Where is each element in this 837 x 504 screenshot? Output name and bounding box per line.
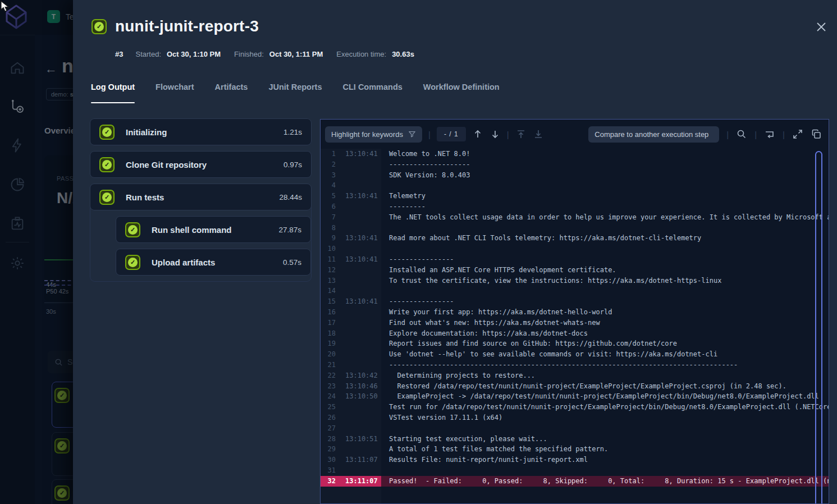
step-duration: 1.21s [283,128,302,136]
tab-cli-commands[interactable]: CLI Commands [343,83,403,98]
steps-list: ✓Initializing1.21s✓Clone Git repository0… [90,118,312,282]
log-line: 8 [321,223,829,233]
log-text: -------------------- [381,159,829,170]
log-line-number: 14 [321,286,336,296]
log-timestamp [336,413,381,423]
success-check-icon: ✓ [125,255,140,270]
success-check-icon: ✓ [125,222,140,237]
step-row-clone-git-repository[interactable]: ✓Clone Git repository0.97s [90,151,312,178]
log-output-panel: Highlight for keywords | - / 1 | Compare… [320,119,829,504]
tab-workflow-definition[interactable]: Workflow Definition [423,83,500,98]
run-number: #3 [115,50,123,58]
log-timestamp [336,307,381,318]
log-text: Restored /data/repo/test/nunit/nunit-pro… [381,381,829,392]
log-line-number: 24 [321,391,336,402]
log-line-number: 6 [321,201,336,212]
log-text [381,465,829,476]
log-toolbar: Highlight for keywords | - / 1 | Compare… [321,120,829,149]
log-line: 1113:10:41---------------- [321,254,829,265]
log-text: Determining projects to restore... [381,370,829,381]
log-line-number: 28 [321,434,336,445]
log-line: 26VSTest version 17.11.1 (x64) [321,413,829,423]
log-text: Report issues and find source on GitHub:… [381,338,829,349]
log-text: SDK Version: 8.0.403 [381,170,829,181]
next-match-icon[interactable] [490,129,501,140]
log-line: 3013:11:07Results File: nunit-report/nun… [321,455,829,465]
close-icon[interactable] [816,21,827,33]
log-timestamp [336,201,381,212]
compare-step-dropdown[interactable]: Compare to another execution step [588,126,719,143]
tab-junit-reports[interactable]: JUnit Reports [268,83,322,98]
scroll-to-top-icon[interactable] [515,129,527,140]
tab-log-output[interactable]: Log Output [91,83,135,98]
log-line: 2313:10:46 Restored /data/repo/test/nuni… [321,381,829,392]
log-timestamp [336,159,381,170]
toolbar-divider: | [428,130,431,139]
copy-icon[interactable] [811,129,822,140]
step-label: Run tests [126,193,268,202]
expand-fullscreen-icon[interactable] [792,129,803,140]
log-scrollbar-thumb[interactable] [815,151,822,504]
log-text [381,180,829,191]
log-timestamp: 13:10:41 [336,191,381,201]
log-body: 113:10:41Welcome to .NET 8.0!2----------… [321,149,829,503]
log-text [381,244,829,254]
log-toolbar-right: Compare to another execution step | | | [588,126,822,143]
step-row-initializing[interactable]: ✓Initializing1.21s [90,118,312,145]
log-line: 21--------------------------------------… [321,360,829,370]
success-check-icon: ✓ [92,19,107,34]
log-timestamp [336,360,381,370]
log-line: 29A total of 1 test files matched the sp… [321,444,829,455]
log-line-number: 10 [321,244,336,254]
log-timestamp [336,465,381,476]
finished-label: Finished: [234,50,264,58]
step-row-run-tests[interactable]: ✓Run tests28.44s [90,184,312,210]
log-line: 2813:10:51Starting test execution, pleas… [321,434,829,445]
log-line-number: 7 [321,212,336,223]
log-timestamp [336,423,381,434]
success-check-icon: ✓ [99,190,115,205]
search-icon[interactable] [736,129,747,140]
step-label: Initializing [126,127,272,137]
log-text [381,223,829,233]
log-text: Starting test execution, please wait... [381,434,829,445]
execution-detail-modal: ✓ nunit-junit-report-3 #3 Started: Oct 3… [73,0,837,504]
log-line-number: 30 [321,455,336,465]
log-timestamp [336,444,381,455]
log-line-number: 9 [321,233,336,244]
log-line-number: 27 [321,423,336,434]
wrap-lines-icon[interactable] [764,129,775,140]
log-text: The .NET tools collect usage data in ord… [381,212,829,223]
log-timestamp [336,180,381,191]
started-value: Oct 30, 1:10 PM [167,50,221,58]
log-line-number: 26 [321,413,336,423]
step-row-upload-artifacts[interactable]: ✓Upload artifacts0.57s [116,249,311,276]
highlight-keywords-input[interactable]: Highlight for keywords [325,126,422,143]
success-check-icon: ✓ [99,157,115,172]
match-counter: - / 1 [437,127,466,141]
log-text: ---------------- [381,296,829,307]
log-line: 12Installed an ASP.NET Core HTTPS develo… [321,265,829,276]
scroll-to-bottom-icon[interactable] [533,129,544,140]
execution-title: nunit-junit-report-3 [115,17,259,35]
log-line: 4 [321,180,829,191]
log-line: 20Use 'dotnet --help' to see available c… [321,349,829,360]
log-line-number: 32 [321,476,336,487]
step-label: Clone Git repository [126,160,272,169]
log-timestamp: 13:10:42 [336,370,381,381]
log-line: 2213:10:42 Determining projects to resto… [321,370,829,381]
log-timestamp [336,349,381,360]
step-row-run-shell-command[interactable]: ✓Run shell command27.87s [116,216,311,243]
log-line: 3213:11:07Passed! - Failed: 0, Passed: 8… [321,476,829,487]
log-text: ExampleProject -> /data/repo/test/nunit/… [381,391,829,402]
tab-artifacts[interactable]: Artifacts [215,83,248,98]
previous-match-icon[interactable] [472,129,483,140]
log-text: Welcome to .NET 8.0! [381,149,829,159]
log-line-number: 18 [321,328,336,339]
step-duration: 27.87s [278,226,301,234]
log-line: 6--------- [321,201,829,212]
log-line-number: 5 [321,191,336,201]
log-text: Use 'dotnet --help' to see available com… [381,349,829,360]
tab-flowchart[interactable]: Flowchart [155,83,194,98]
execution-time-value: 30.63s [392,50,414,58]
